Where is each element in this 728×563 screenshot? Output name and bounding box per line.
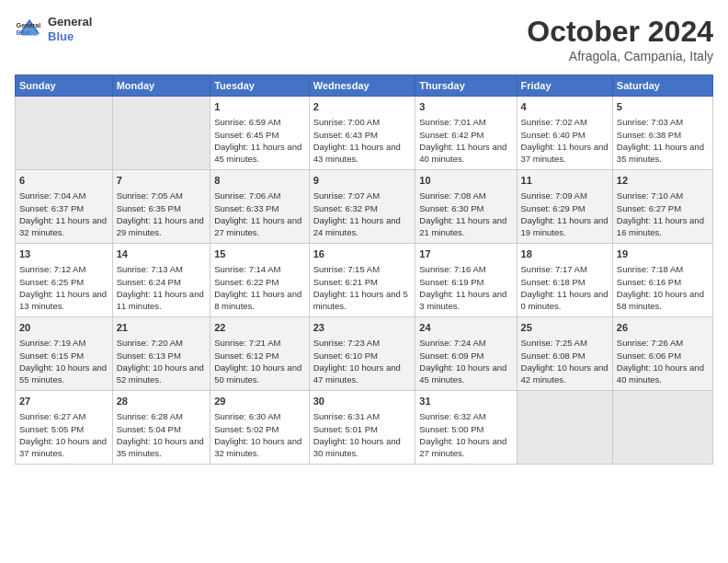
day-number: 23 [313, 321, 412, 335]
weekday-header-sunday: Sunday [16, 75, 113, 97]
day-number: 1 [214, 100, 305, 114]
day-number: 10 [419, 174, 512, 188]
day-info: Sunrise: 7:14 AM Sunset: 6:22 PM Dayligh… [214, 263, 305, 312]
weekday-header-monday: Monday [112, 75, 210, 97]
calendar-cell [112, 97, 210, 170]
calendar-cell: 6Sunrise: 7:04 AM Sunset: 6:37 PM Daylig… [16, 170, 113, 244]
calendar-cell: 14Sunrise: 7:13 AM Sunset: 6:24 PM Dayli… [112, 244, 210, 317]
day-info: Sunrise: 7:04 AM Sunset: 6:37 PM Dayligh… [19, 190, 108, 238]
calendar-cell: 19Sunrise: 7:18 AM Sunset: 6:16 PM Dayli… [612, 244, 712, 317]
day-number: 13 [19, 247, 108, 261]
calendar-cell: 9Sunrise: 7:07 AM Sunset: 6:32 PM Daylig… [309, 170, 415, 244]
day-number: 8 [214, 174, 305, 188]
day-number: 5 [617, 100, 709, 114]
calendar-cell: 18Sunrise: 7:17 AM Sunset: 6:18 PM Dayli… [517, 244, 612, 317]
day-info: Sunrise: 7:10 AM Sunset: 6:27 PM Dayligh… [617, 190, 709, 238]
day-info: Sunrise: 7:09 AM Sunset: 6:29 PM Dayligh… [521, 190, 609, 238]
calendar-cell: 16Sunrise: 7:15 AM Sunset: 6:21 PM Dayli… [309, 244, 415, 317]
day-info: Sunrise: 6:30 AM Sunset: 5:02 PM Dayligh… [214, 410, 305, 459]
day-info: Sunrise: 6:59 AM Sunset: 6:45 PM Dayligh… [214, 116, 305, 165]
day-info: Sunrise: 7:21 AM Sunset: 6:12 PM Dayligh… [214, 337, 305, 385]
day-number: 9 [313, 174, 412, 188]
calendar-cell: 20Sunrise: 7:19 AM Sunset: 6:15 PM Dayli… [16, 317, 113, 391]
calendar-cell: 7Sunrise: 7:05 AM Sunset: 6:35 PM Daylig… [112, 170, 210, 244]
day-info: Sunrise: 7:19 AM Sunset: 6:15 PM Dayligh… [19, 337, 108, 385]
calendar-cell: 8Sunrise: 7:06 AM Sunset: 6:33 PM Daylig… [210, 170, 310, 244]
week-row-5: 27Sunrise: 6:27 AM Sunset: 5:05 PM Dayli… [16, 391, 713, 465]
location: Afragola, Campania, Italy [527, 49, 713, 63]
calendar-cell: 4Sunrise: 7:02 AM Sunset: 6:40 PM Daylig… [517, 97, 612, 170]
day-number: 4 [521, 100, 609, 114]
week-row-4: 20Sunrise: 7:19 AM Sunset: 6:15 PM Dayli… [16, 317, 713, 391]
day-info: Sunrise: 7:25 AM Sunset: 6:08 PM Dayligh… [521, 337, 609, 385]
day-info: Sunrise: 7:20 AM Sunset: 6:13 PM Dayligh… [117, 337, 207, 385]
day-info: Sunrise: 6:31 AM Sunset: 5:01 PM Dayligh… [313, 410, 412, 459]
calendar-cell: 1Sunrise: 6:59 AM Sunset: 6:45 PM Daylig… [210, 97, 310, 170]
day-info: Sunrise: 7:26 AM Sunset: 6:06 PM Dayligh… [617, 337, 709, 385]
weekday-header-wednesday: Wednesday [309, 75, 415, 97]
day-number: 28 [117, 395, 207, 408]
logo-text-line2: Blue [48, 29, 92, 44]
day-info: Sunrise: 7:00 AM Sunset: 6:43 PM Dayligh… [313, 116, 412, 165]
calendar-cell: 31Sunrise: 6:32 AM Sunset: 5:00 PM Dayli… [415, 391, 517, 465]
weekday-header-saturday: Saturday [612, 75, 712, 97]
day-number: 31 [419, 395, 512, 408]
day-number: 24 [419, 321, 512, 335]
day-info: Sunrise: 6:27 AM Sunset: 5:05 PM Dayligh… [19, 410, 108, 459]
weekday-header-thursday: Thursday [415, 75, 517, 97]
day-info: Sunrise: 7:02 AM Sunset: 6:40 PM Dayligh… [521, 116, 609, 165]
calendar-cell: 12Sunrise: 7:10 AM Sunset: 6:27 PM Dayli… [612, 170, 712, 244]
calendar-cell: 26Sunrise: 7:26 AM Sunset: 6:06 PM Dayli… [612, 317, 712, 391]
calendar-cell: 30Sunrise: 6:31 AM Sunset: 5:01 PM Dayli… [309, 391, 415, 465]
day-number: 11 [521, 174, 609, 188]
calendar-cell: 11Sunrise: 7:09 AM Sunset: 6:29 PM Dayli… [517, 170, 612, 244]
logo-icon: General Blue [15, 15, 44, 44]
day-number: 29 [214, 395, 305, 408]
svg-text:Blue: Blue [17, 29, 31, 37]
calendar-cell: 5Sunrise: 7:03 AM Sunset: 6:38 PM Daylig… [612, 97, 712, 170]
calendar-cell: 29Sunrise: 6:30 AM Sunset: 5:02 PM Dayli… [210, 391, 310, 465]
day-info: Sunrise: 7:18 AM Sunset: 6:16 PM Dayligh… [617, 263, 709, 312]
day-number: 27 [19, 395, 108, 408]
day-number: 18 [521, 247, 609, 261]
week-row-2: 6Sunrise: 7:04 AM Sunset: 6:37 PM Daylig… [16, 170, 713, 244]
calendar-cell: 15Sunrise: 7:14 AM Sunset: 6:22 PM Dayli… [210, 244, 310, 317]
day-number: 20 [19, 321, 108, 335]
week-row-3: 13Sunrise: 7:12 AM Sunset: 6:25 PM Dayli… [16, 244, 713, 317]
day-number: 16 [313, 247, 412, 261]
title-block: October 2024 Afragola, Campania, Italy [527, 15, 713, 63]
calendar-cell: 21Sunrise: 7:20 AM Sunset: 6:13 PM Dayli… [112, 317, 210, 391]
day-number: 22 [214, 321, 305, 335]
day-number: 15 [214, 247, 305, 261]
day-number: 14 [117, 247, 207, 261]
day-info: Sunrise: 7:08 AM Sunset: 6:30 PM Dayligh… [419, 190, 512, 238]
calendar-cell: 25Sunrise: 7:25 AM Sunset: 6:08 PM Dayli… [517, 317, 612, 391]
day-number: 30 [313, 395, 412, 408]
weekday-header-tuesday: Tuesday [210, 75, 310, 97]
day-info: Sunrise: 7:05 AM Sunset: 6:35 PM Dayligh… [117, 190, 207, 238]
calendar-cell: 3Sunrise: 7:01 AM Sunset: 6:42 PM Daylig… [415, 97, 517, 170]
logo-text-line1: General [48, 15, 92, 29]
day-info: Sunrise: 7:12 AM Sunset: 6:25 PM Dayligh… [19, 263, 108, 312]
day-number: 12 [617, 174, 709, 188]
day-info: Sunrise: 7:06 AM Sunset: 6:33 PM Dayligh… [214, 190, 305, 238]
calendar-cell [517, 391, 612, 465]
calendar-cell [612, 391, 712, 465]
calendar-cell: 17Sunrise: 7:16 AM Sunset: 6:19 PM Dayli… [415, 244, 517, 317]
day-info: Sunrise: 7:07 AM Sunset: 6:32 PM Dayligh… [313, 190, 412, 238]
day-info: Sunrise: 7:24 AM Sunset: 6:09 PM Dayligh… [419, 337, 512, 385]
day-number: 19 [617, 247, 709, 261]
day-number: 21 [117, 321, 207, 335]
calendar-cell: 13Sunrise: 7:12 AM Sunset: 6:25 PM Dayli… [16, 244, 113, 317]
day-number: 2 [313, 100, 412, 114]
calendar-cell [16, 97, 113, 170]
calendar-cell: 10Sunrise: 7:08 AM Sunset: 6:30 PM Dayli… [415, 170, 517, 244]
logo: General Blue General Blue [15, 15, 92, 44]
day-info: Sunrise: 6:32 AM Sunset: 5:00 PM Dayligh… [419, 410, 512, 459]
day-info: Sunrise: 7:13 AM Sunset: 6:24 PM Dayligh… [117, 263, 207, 312]
calendar-cell: 24Sunrise: 7:24 AM Sunset: 6:09 PM Dayli… [415, 317, 517, 391]
page-header: General Blue General Blue October 2024 A… [15, 15, 713, 63]
calendar-cell: 27Sunrise: 6:27 AM Sunset: 5:05 PM Dayli… [16, 391, 113, 465]
calendar-table: SundayMondayTuesdayWednesdayThursdayFrid… [15, 75, 713, 465]
month-title: October 2024 [527, 15, 713, 49]
